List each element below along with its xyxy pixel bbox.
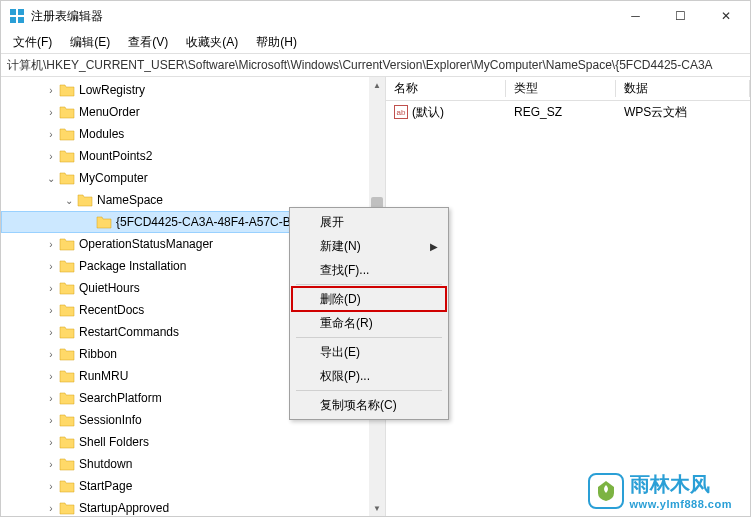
folder-icon	[59, 501, 75, 515]
tree-item[interactable]: ›StartupApproved	[1, 497, 385, 516]
folder-icon	[77, 193, 93, 207]
tree-item-label: SearchPlatform	[79, 391, 162, 405]
folder-icon	[59, 237, 75, 251]
svg-rect-0	[10, 9, 16, 15]
expander-none-icon: ›	[45, 106, 57, 118]
cell-type: REG_SZ	[506, 105, 616, 119]
ctx-copy-key-name[interactable]: 复制项名称(C)	[292, 393, 446, 417]
list-row[interactable]: ab (默认) REG_SZ WPS云文档	[386, 101, 750, 123]
menu-view[interactable]: 查看(V)	[120, 32, 176, 53]
string-value-icon: ab	[394, 105, 408, 119]
expander-none-icon: ›	[45, 502, 57, 514]
folder-icon	[59, 457, 75, 471]
app-icon	[9, 8, 25, 24]
tree-item-label: QuietHours	[79, 281, 140, 295]
tree-item[interactable]: ›LowRegistry	[1, 79, 385, 101]
list-header: 名称 类型 数据	[386, 77, 750, 101]
tree-item-label: RestartCommands	[79, 325, 179, 339]
menu-file[interactable]: 文件(F)	[5, 32, 60, 53]
menubar: 文件(F) 编辑(E) 查看(V) 收藏夹(A) 帮助(H)	[1, 31, 750, 53]
tree-item-label: MountPoints2	[79, 149, 152, 163]
tree-item[interactable]: ›Shell Folders	[1, 431, 385, 453]
close-button[interactable]: ✕	[703, 1, 748, 31]
expander-none-icon: ›	[45, 348, 57, 360]
folder-icon	[59, 413, 75, 427]
ctx-separator	[296, 337, 442, 338]
watermark-text: 雨林木风 www.ylmf888.com	[630, 471, 732, 510]
tree-item-label: Ribbon	[79, 347, 117, 361]
tree-item-label: MenuOrder	[79, 105, 140, 119]
expander-none-icon: ›	[45, 282, 57, 294]
expander-none-icon: ›	[45, 84, 57, 96]
tree-item[interactable]: ›StartPage	[1, 475, 385, 497]
header-data[interactable]: 数据	[616, 80, 750, 97]
expander-none-icon: ›	[45, 326, 57, 338]
folder-icon	[59, 479, 75, 493]
cell-data: WPS云文档	[616, 104, 750, 121]
watermark-logo-icon	[588, 473, 624, 509]
expander-none-icon: ›	[45, 304, 57, 316]
folder-icon	[59, 347, 75, 361]
scroll-down-button[interactable]: ▼	[369, 500, 385, 516]
menu-favorites[interactable]: 收藏夹(A)	[178, 32, 246, 53]
ctx-export[interactable]: 导出(E)	[292, 340, 446, 364]
expander-none-icon: ›	[45, 436, 57, 448]
window-title: 注册表编辑器	[31, 8, 613, 25]
folder-icon	[59, 281, 75, 295]
expander-none-icon: ›	[45, 458, 57, 470]
expander-none-icon: ›	[45, 150, 57, 162]
menu-edit[interactable]: 编辑(E)	[62, 32, 118, 53]
tree-item[interactable]: ›Modules	[1, 123, 385, 145]
submenu-arrow-icon: ▶	[430, 241, 438, 252]
header-type[interactable]: 类型	[506, 80, 616, 97]
expander-none-icon: ›	[45, 392, 57, 404]
folder-icon	[59, 435, 75, 449]
svg-rect-3	[18, 17, 24, 23]
ctx-expand[interactable]: 展开	[292, 210, 446, 234]
svg-rect-1	[18, 9, 24, 15]
tree-item-label: StartupApproved	[79, 501, 169, 515]
tree-item-label: MyComputer	[79, 171, 148, 185]
ctx-rename[interactable]: 重命名(R)	[292, 311, 446, 335]
ctx-delete[interactable]: 删除(D)	[292, 287, 446, 311]
tree-item-label: LowRegistry	[79, 83, 145, 97]
tree-item[interactable]: ›Shutdown	[1, 453, 385, 475]
address-bar[interactable]: 计算机\HKEY_CURRENT_USER\Software\Microsoft…	[1, 53, 750, 77]
ctx-new-label: 新建(N)	[320, 238, 361, 255]
folder-icon	[59, 391, 75, 405]
tree-item[interactable]: ›MenuOrder	[1, 101, 385, 123]
folder-icon	[59, 105, 75, 119]
scroll-up-button[interactable]: ▲	[369, 77, 385, 93]
ctx-find[interactable]: 查找(F)...	[292, 258, 446, 282]
watermark: 雨林木风 www.ylmf888.com	[588, 471, 732, 510]
folder-icon	[59, 369, 75, 383]
minimize-button[interactable]: ─	[613, 1, 658, 31]
tree-item-label: NameSpace	[97, 193, 163, 207]
folder-icon	[59, 171, 75, 185]
ctx-new[interactable]: 新建(N) ▶	[292, 234, 446, 258]
header-name[interactable]: 名称	[386, 80, 506, 97]
watermark-brand: 雨林木风	[630, 471, 732, 498]
ctx-permissions[interactable]: 权限(P)...	[292, 364, 446, 388]
menu-help[interactable]: 帮助(H)	[248, 32, 305, 53]
tree-item-label: SessionInfo	[79, 413, 142, 427]
value-name: (默认)	[412, 104, 444, 121]
ctx-separator	[296, 390, 442, 391]
folder-icon	[59, 259, 75, 273]
ctx-separator	[296, 284, 442, 285]
expander-open-icon[interactable]: ⌄	[63, 194, 75, 206]
folder-icon	[59, 83, 75, 97]
tree-item-label: RunMRU	[79, 369, 128, 383]
tree-item-label: Shutdown	[79, 457, 132, 471]
folder-icon	[59, 149, 75, 163]
maximize-button[interactable]: ☐	[658, 1, 703, 31]
folder-icon	[59, 303, 75, 317]
tree-item-label: Package Installation	[79, 259, 186, 273]
tree-item[interactable]: ›MountPoints2	[1, 145, 385, 167]
svg-rect-2	[10, 17, 16, 23]
expander-open-icon[interactable]: ⌄	[45, 172, 57, 184]
tree-item-label: Modules	[79, 127, 124, 141]
tree-item-label: OperationStatusManager	[79, 237, 213, 251]
folder-icon	[96, 215, 112, 229]
tree-item[interactable]: ⌄MyComputer	[1, 167, 385, 189]
